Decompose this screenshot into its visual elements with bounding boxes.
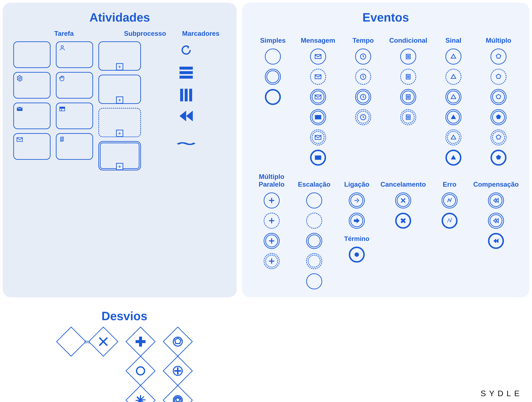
subtitle-tarefa: Tarefa (13, 30, 115, 37)
event-compensation-intermediate-catch-icon (488, 192, 504, 208)
event-link-throw-icon (349, 213, 365, 229)
gateway-parallel-icon (126, 326, 156, 357)
panel-eventos: Eventos Simples Mensagem (242, 3, 529, 297)
subtitle-subprocesso: Subprocesso (115, 30, 175, 37)
col-sinal: Sinal (445, 30, 461, 44)
svg-point-0 (19, 77, 21, 79)
col-simples: Simples (260, 30, 286, 44)
panel-atividades: Atividades Tarefa Subprocesso Marcadores (3, 3, 237, 297)
event-signal-intermediate-catch-icon (445, 89, 461, 105)
plus-marker-icon: + (116, 130, 123, 137)
event-multiple-end-icon (491, 150, 507, 166)
event-error-end-icon (442, 213, 457, 229)
col-multiplo: Múltiplo (486, 30, 511, 44)
event-message-intermediate-catch-icon (310, 89, 326, 105)
plus-marker-icon: + (116, 163, 123, 170)
event-conditional-start-icon (400, 49, 416, 64)
event-compensation-end-icon (488, 233, 504, 249)
task-send-icon (13, 102, 51, 129)
task-script-icon (56, 133, 93, 160)
event-signal-start-icon (445, 49, 461, 64)
task-none-icon (13, 41, 51, 68)
event-timer-intermediate-noninterrupt-icon (355, 109, 371, 125)
task-manual-icon (56, 72, 93, 99)
event-error-intermediate-icon (442, 192, 457, 208)
event-escalation-start-icon (306, 192, 322, 208)
event-start-none-icon (265, 49, 281, 64)
panel-desvios: Desvios ou (3, 303, 246, 402)
title-desvios: Desvios (13, 309, 236, 323)
event-signal-intermediate-noninterrupt-icon (445, 129, 461, 145)
event-escalation-start-noninterrupt-icon (306, 213, 322, 229)
event-message-intermediate-noninterrupt-icon (310, 129, 326, 145)
event-escalation-intermediate-noninterrupt-icon (306, 253, 322, 269)
task-user-icon (56, 41, 93, 68)
event-message-start-noninterrupt-icon (310, 69, 326, 85)
script-icon (59, 136, 66, 143)
plus-marker-icon: + (116, 96, 123, 104)
gateway-parallel-event-based-icon (163, 356, 193, 386)
event-end-none-icon (265, 89, 281, 105)
col-mensagem: Mensagem (301, 30, 335, 44)
col-compensacao: Compensação (473, 174, 519, 188)
col-tempo: Tempo (353, 30, 374, 44)
subprocess-adhoc-icon: + (98, 108, 141, 137)
marker-loop-icon (180, 44, 192, 57)
envelope-outline-icon (16, 136, 23, 143)
gateway-event-based-icon (163, 326, 193, 357)
title-atividades: Atividades (13, 11, 226, 24)
subprocess-collapsed-icon: + (98, 41, 141, 71)
event-link-catch-icon (349, 192, 365, 208)
subprocess-expanded-icon: + (98, 75, 141, 104)
subprocess-event-icon: + (98, 141, 141, 170)
event-parallel-multiple-start-icon (264, 192, 280, 208)
event-multiple-intermediate-noninterrupt-icon (491, 129, 507, 145)
marker-compensation-icon (179, 111, 193, 121)
event-parallel-multiple-intermediate-noninterrupt-icon (264, 253, 280, 269)
svg-point-2 (61, 45, 63, 48)
event-compensation-intermediate-throw-icon (488, 213, 504, 229)
event-multiple-start-noninterrupt-icon (491, 69, 507, 85)
event-conditional-intermediate-icon (400, 89, 416, 105)
event-cancel-end-icon (395, 213, 411, 229)
col-condicional: Condicional (389, 30, 427, 44)
gateway-exclusive-plain-icon (56, 326, 86, 357)
event-message-intermediate-throw-icon (310, 109, 326, 125)
table-icon (59, 106, 66, 112)
col-erro: Erro (443, 174, 456, 188)
gateway-exclusive-event-based-icon (163, 385, 193, 402)
marker-adhoc-icon: 〜 (176, 137, 196, 151)
event-multiple-intermediate-catch-icon (491, 89, 507, 105)
event-multiple-start-icon (491, 49, 507, 64)
event-terminate-icon (349, 247, 365, 263)
event-message-end-icon (310, 150, 326, 166)
event-multiple-intermediate-throw-icon (491, 109, 507, 125)
col-escalacao: Escalação (298, 174, 330, 188)
gateway-complex-icon (126, 385, 156, 402)
svg-rect-6 (60, 107, 65, 108)
event-timer-intermediate-icon (355, 89, 371, 105)
event-escalation-end-icon (306, 273, 322, 289)
plus-marker-icon: + (116, 63, 123, 70)
gateway-exclusive-x-icon (88, 326, 118, 357)
gear-icon (16, 75, 23, 82)
event-signal-end-icon (445, 150, 461, 166)
event-parallel-multiple-start-noninterrupt-icon (264, 213, 280, 229)
event-timer-start-icon (355, 49, 371, 64)
task-service-icon (13, 72, 51, 99)
marker-parallel-horizontal-icon (179, 66, 193, 79)
brand-logo: SYDLE (481, 389, 523, 398)
event-parallel-multiple-intermediate-icon (264, 233, 280, 249)
event-conditional-intermediate-noninterrupt-icon (400, 109, 416, 125)
event-escalation-intermediate-icon (306, 233, 322, 249)
task-receive-icon (13, 133, 51, 160)
svg-point-37 (137, 367, 145, 375)
event-signal-start-noninterrupt-icon (445, 69, 461, 85)
col-cancelamento: Cancelamento (380, 174, 426, 188)
label-termino: Término (344, 235, 369, 242)
svg-point-36 (355, 253, 359, 257)
event-message-start-icon (310, 49, 326, 64)
event-timer-start-noninterrupt-icon (355, 69, 371, 85)
task-business-rule-icon (56, 102, 93, 129)
subtitle-marcadores: Marcadores (175, 30, 226, 37)
